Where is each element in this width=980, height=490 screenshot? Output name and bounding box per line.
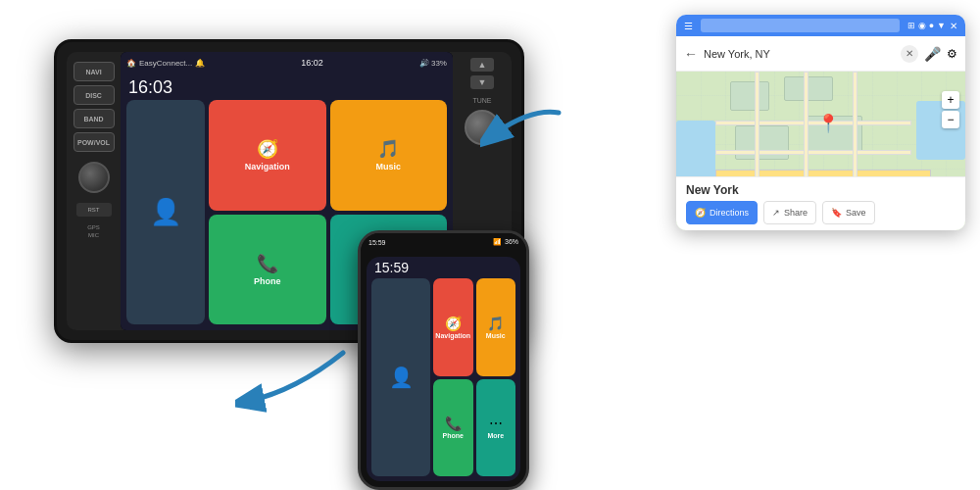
phone-music-label: Music: [486, 332, 506, 339]
map-search-bar: ← New York, NY ✕ 🎤 ⚙: [676, 36, 965, 72]
navi-button[interactable]: NAVI: [74, 62, 115, 81]
car-statusbar: 🏠 EasyConnect... 🔔 16:02 🔊 33%: [121, 52, 453, 74]
statusbar-right: 🔊 33%: [419, 59, 447, 68]
user-avatar-icon: 👤: [150, 197, 181, 227]
navigation-icon: 🧭: [257, 138, 278, 160]
phone-label: Phone: [254, 276, 281, 286]
map-block-2: [784, 76, 833, 101]
arrow-map-to-car: [480, 98, 559, 147]
directions-icon: 🧭: [695, 208, 706, 218]
map-zoom-controls: + −: [942, 91, 959, 128]
user-avatar-cell[interactable]: 👤: [126, 100, 205, 324]
volume-icon: 🔊: [419, 59, 429, 68]
phone-status-icons: 📶 36%: [493, 238, 518, 246]
save-label: Save: [846, 208, 866, 218]
music-icon: 🎵: [377, 138, 399, 160]
navigation-cell[interactable]: 🧭 Navigation: [209, 100, 326, 211]
phone-music-cell[interactable]: 🎵 Music: [476, 278, 516, 376]
arrow-phone-to-car: [235, 333, 363, 421]
car-clock-large: 16:03: [121, 74, 453, 100]
phone-battery-text: 36%: [505, 238, 518, 246]
navigation-label: Navigation: [245, 162, 290, 172]
reset-button[interactable]: RST: [76, 203, 112, 217]
map-panel: ☰ ⊞ ◉ ● ▼ ✕ ← New York, NY ✕ 🎤 ⚙: [676, 15, 965, 230]
map-top-bar: ☰ ⊞ ◉ ● ▼ ✕: [676, 15, 965, 36]
map-road-h1: [715, 121, 911, 125]
gps-mic-labels: GPS MIC: [87, 224, 100, 238]
phone-device: 15:59 📶 36% 15:59 👤 🧭 Navigation 🎵 Music…: [358, 230, 529, 490]
zoom-out-button[interactable]: −: [942, 111, 959, 128]
map-icon-1: ⊞: [907, 21, 915, 30]
phone-music-icon: 🎵: [487, 316, 504, 331]
phone-phone-label: Phone: [443, 432, 464, 439]
phone-statusbar: 15:59 📶 36%: [361, 233, 526, 251]
map-icon-2: ◉: [918, 21, 926, 30]
scroll-down-button[interactable]: ▼: [470, 75, 494, 89]
map-info-box: New York 🧭 Directions ↗ Share 🔖 Save: [676, 176, 965, 230]
powvol-button[interactable]: POW/VOL: [74, 132, 115, 152]
home-icon: 🏠: [126, 59, 136, 68]
phone-more-label: More: [487, 432, 504, 439]
share-icon: ↗: [772, 208, 780, 218]
scroll-up-button[interactable]: ▲: [470, 58, 494, 72]
map-search-text[interactable]: New York, NY: [704, 48, 895, 60]
side-buttons-left: NAVI DISC BAND POW/VOL RST GPS MIC: [67, 52, 121, 330]
phone-more-cell[interactable]: ⋯ More: [476, 379, 516, 477]
phone-nav-icon: 🧭: [445, 316, 462, 331]
map-search-mini: [701, 19, 900, 32]
map-back-icon[interactable]: ←: [684, 46, 698, 62]
map-icon-4: ▼: [937, 21, 946, 30]
map-action-buttons: 🧭 Directions ↗ Share 🔖 Save: [686, 201, 956, 224]
save-icon: 🔖: [831, 208, 842, 218]
phone-nav-label: Navigation: [435, 332, 470, 339]
phone-user-avatar-cell[interactable]: 👤: [371, 278, 430, 476]
map-toolbar-icons: ⊞ ◉ ● ▼: [907, 21, 946, 30]
share-button[interactable]: ↗ Share: [763, 201, 816, 224]
map-menu-icon[interactable]: ☰: [684, 21, 693, 31]
statusbar-left: 🏠 EasyConnect... 🔔: [126, 59, 205, 68]
music-cell[interactable]: 🎵 Music: [330, 100, 448, 211]
map-place-name: New York: [686, 183, 956, 197]
phone-nav-cell[interactable]: 🧭 Navigation: [433, 278, 473, 376]
phone-icon: 📞: [257, 253, 278, 274]
app-name: EasyConnect...: [139, 59, 192, 68]
map-icon-3: ●: [929, 21, 934, 30]
band-button[interactable]: BAND: [74, 109, 115, 128]
map-mic-icon[interactable]: 🎤: [924, 46, 941, 62]
phone-cell[interactable]: 📞 Phone: [209, 215, 326, 325]
directions-button[interactable]: 🧭 Directions: [686, 201, 758, 224]
disc-button[interactable]: DISC: [74, 85, 115, 105]
phone-screen: 15:59 👤 🧭 Navigation 🎵 Music 📞 Phone ⋯ M…: [367, 257, 520, 481]
zoom-in-button[interactable]: +: [942, 91, 959, 109]
battery-icon: 33%: [431, 59, 447, 68]
music-label: Music: [375, 162, 401, 172]
share-label: Share: [784, 208, 808, 218]
map-settings-icon[interactable]: ⚙: [947, 47, 957, 61]
map-location-pin: 📍: [817, 113, 839, 134]
phone-signal-icon: 📶: [493, 238, 502, 246]
map-road-h2: [715, 150, 911, 155]
phone-clock: 15:59: [367, 257, 520, 278]
phone-app-grid: 👤 🧭 Navigation 🎵 Music 📞 Phone ⋯ More: [367, 278, 520, 481]
statusbar-clock: 16:02: [301, 58, 323, 68]
mic-label: MIC: [87, 232, 100, 238]
save-button[interactable]: 🔖 Save: [822, 201, 875, 224]
map-close-top-icon[interactable]: ✕: [950, 21, 957, 31]
directions-label: Directions: [710, 208, 749, 218]
left-knob[interactable]: [78, 162, 110, 193]
phone-phone-icon: 📞: [445, 416, 462, 431]
gps-label: GPS: [87, 224, 100, 230]
phone-user-icon: 👤: [389, 366, 414, 389]
phone-more-icon: ⋯: [489, 416, 503, 431]
phone-status-time: 15:59: [368, 239, 386, 246]
notification-icon: 🔔: [195, 59, 205, 68]
phone-phone-cell[interactable]: 📞 Phone: [433, 379, 473, 477]
map-search-clear-button[interactable]: ✕: [901, 45, 918, 63]
map-block-1: [730, 81, 769, 111]
statusbar-time: 16:02: [301, 58, 323, 68]
